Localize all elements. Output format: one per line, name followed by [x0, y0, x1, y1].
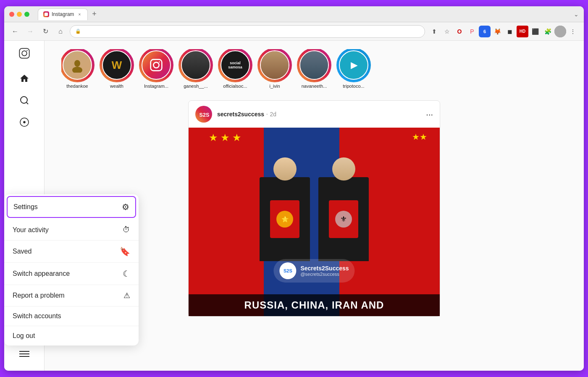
- menu-item-appearance[interactable]: Switch appearance ☾: [4, 263, 139, 285]
- browser-tab[interactable]: Instagram ×: [38, 8, 88, 20]
- appearance-icon: ☾: [123, 269, 130, 279]
- opera-button[interactable]: O: [454, 26, 465, 37]
- story-socialmosa[interactable]: social samosa officialsoc...: [219, 49, 251, 89]
- story-tripoto[interactable]: ▶ tripotoco...: [338, 49, 370, 89]
- title-bar: Instagram × + ⌄: [4, 6, 584, 22]
- profile-button[interactable]: [554, 26, 566, 37]
- story-ganesh[interactable]: ganesh__...: [180, 49, 212, 89]
- post-username[interactable]: secrets2success: [217, 111, 264, 118]
- story-label-iivin: i_ivin: [269, 84, 280, 89]
- svg-point-10: [74, 60, 80, 67]
- post-card: S2S secrets2success · 2d ···: [188, 100, 440, 317]
- svg-rect-9: [19, 356, 29, 357]
- svg-line-4: [26, 102, 28, 104]
- tab-close-button[interactable]: ×: [76, 11, 82, 17]
- story-label-thedankoe: thedankoe: [66, 84, 88, 89]
- address-bar[interactable]: 🔒: [70, 25, 425, 38]
- stories-row: thedankoe W wealth: [61, 49, 567, 90]
- activity-label: Your activity: [13, 226, 49, 234]
- lock-icon: 🔒: [75, 29, 81, 34]
- post-user-info: secrets2success · 2d: [217, 110, 276, 118]
- story-instagram[interactable]: Instagram...: [140, 49, 172, 89]
- share-button[interactable]: ⬆: [428, 26, 440, 37]
- watermark-name: Secrets2Success: [300, 265, 349, 272]
- post-more-button[interactable]: ···: [426, 110, 433, 119]
- pocket-button[interactable]: P: [466, 26, 478, 37]
- svg-rect-12: [151, 60, 162, 71]
- story-iivin[interactable]: i_ivin: [259, 49, 291, 89]
- minimize-button[interactable]: [17, 12, 22, 17]
- appearance-label: Switch appearance: [13, 270, 70, 278]
- main-content: Settings ⚙ Your activity ⏱ Saved 🔖 Switc…: [4, 41, 584, 371]
- sidebar-item-search[interactable]: [14, 90, 34, 110]
- svg-point-14: [159, 61, 160, 63]
- svg-point-11: [72, 67, 82, 73]
- story-thedankoe[interactable]: thedankoe: [61, 49, 93, 89]
- left-sidebar: Settings ⚙ Your activity ⏱ Saved 🔖 Switc…: [4, 41, 45, 371]
- reload-button[interactable]: ↻: [39, 26, 51, 37]
- extension-button-1[interactable]: 6: [479, 26, 491, 37]
- story-label-navaneeth: navaneeth...: [302, 84, 327, 89]
- traffic-lights: [9, 12, 29, 17]
- menu-button[interactable]: ⋮: [567, 26, 579, 37]
- story-navaneeth[interactable]: navaneeth...: [298, 49, 330, 89]
- instagram-logo[interactable]: [18, 47, 30, 62]
- svg-rect-0: [19, 48, 29, 58]
- home-button[interactable]: ⌂: [55, 26, 66, 37]
- tab-title: Instagram: [52, 11, 74, 17]
- story-label-instagram: Instagram...: [144, 84, 168, 89]
- nav-actions: ⬆ ☆ O P 6 🦊 ◼ HD ⬛ 🧩 ⋮: [428, 26, 579, 37]
- post-avatar[interactable]: S2S: [195, 106, 212, 123]
- forward-button[interactable]: →: [24, 26, 36, 37]
- extension-button-2[interactable]: 🦊: [491, 26, 503, 37]
- menu-item-activity[interactable]: Your activity ⏱: [4, 220, 139, 241]
- browser-window: Instagram × + ⌄ ← → ↻ ⌂ 🔒 ⬆ ☆ O P 6 🦊 ◼ …: [4, 6, 584, 371]
- svg-point-3: [21, 97, 27, 103]
- menu-item-settings[interactable]: Settings ⚙: [7, 196, 136, 218]
- menu-item-logout[interactable]: Log out: [4, 326, 139, 346]
- new-tab-button[interactable]: +: [89, 10, 99, 18]
- nav-bar: ← → ↻ ⌂ 🔒 ⬆ ☆ O P 6 🦊 ◼ HD ⬛ 🧩 ⋮: [4, 22, 584, 41]
- svg-rect-7: [19, 351, 29, 352]
- svg-point-2: [26, 50, 27, 51]
- svg-point-13: [153, 62, 159, 68]
- sidebar-item-explore[interactable]: [14, 112, 34, 132]
- watermark-logo: S2S: [279, 262, 296, 279]
- tab-bar: Instagram × + ⌄: [38, 8, 579, 20]
- story-label-wealth: wealth: [110, 84, 123, 89]
- sidebar-item-home[interactable]: [14, 68, 34, 89]
- post-caption-text: RUSSIA, CHINA, IRAN AND: [195, 299, 433, 311]
- close-button[interactable]: [9, 12, 14, 17]
- report-icon: ⚠: [123, 291, 130, 300]
- settings-icon: ⚙: [122, 202, 129, 212]
- hd-button[interactable]: HD: [517, 26, 528, 37]
- switch-accounts-label: Switch accounts: [13, 312, 61, 320]
- svg-rect-8: [19, 353, 29, 354]
- extension-button-4[interactable]: ⬛: [529, 26, 541, 37]
- story-label-socialmosa: officialsoc...: [223, 84, 247, 89]
- bookmark-star-button[interactable]: ☆: [441, 26, 453, 37]
- story-label-ganesh: ganesh__...: [184, 84, 208, 89]
- saved-label: Saved: [13, 248, 32, 255]
- hamburger-menu-button[interactable]: [14, 344, 34, 364]
- back-button[interactable]: ←: [9, 26, 21, 37]
- story-wealth[interactable]: W wealth: [101, 49, 133, 89]
- post-time: 2d: [270, 111, 276, 118]
- extension-button-3[interactable]: ◼: [504, 26, 516, 37]
- extensions-puzzle-button[interactable]: 🧩: [542, 26, 554, 37]
- saved-icon: 🔖: [120, 246, 130, 257]
- post-caption-overlay: RUSSIA, CHINA, IRAN AND: [189, 294, 440, 316]
- settings-label: Settings: [13, 203, 38, 211]
- menu-item-saved[interactable]: Saved 🔖: [4, 241, 139, 263]
- tab-favicon: [43, 11, 49, 17]
- dropdown-menu: Settings ⚙ Your activity ⏱ Saved 🔖 Switc…: [4, 194, 139, 346]
- logout-label: Log out: [13, 332, 35, 340]
- post-image: ★★★ ★★ ⭐: [189, 128, 440, 316]
- story-label-tripoto: tripotoco...: [343, 84, 364, 89]
- menu-item-report[interactable]: Report a problem ⚠: [4, 285, 139, 306]
- menu-item-switch-accounts[interactable]: Switch accounts: [4, 306, 139, 326]
- maximize-button[interactable]: [24, 12, 29, 17]
- activity-icon: ⏱: [123, 225, 130, 234]
- svg-point-1: [22, 51, 27, 56]
- tab-dropdown-button[interactable]: ⌄: [574, 11, 579, 18]
